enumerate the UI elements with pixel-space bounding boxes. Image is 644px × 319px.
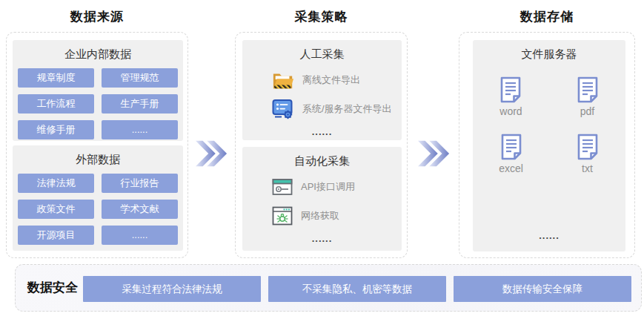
- data-source-panel: 企业内部数据 规章制度 管理规范 工作流程 生产手册 维修手册 ...... 外…: [6, 32, 188, 258]
- file-label: txt: [582, 162, 593, 174]
- data-storage-panel: 文件服务器 word: [459, 32, 635, 258]
- list-item-api-call: API接口调用: [272, 176, 402, 198]
- list-item-label: 离线文件导出: [302, 73, 360, 87]
- file-label: word: [499, 105, 522, 117]
- security-bar-no-private-data: 不采集隐私、机密等数据: [268, 276, 446, 302]
- manual-collection-card: 人工采集 离线文件导出: [242, 40, 402, 140]
- tag-internal-more: ......: [102, 120, 178, 139]
- pdf-document-icon: [577, 76, 598, 103]
- security-bar-row: 采集过程符合法律法规 不采集隐私、机密等数据 数据传输安全保障: [83, 276, 631, 302]
- file-label: excel: [499, 162, 523, 174]
- tag-rules: 规章制度: [18, 68, 94, 88]
- tag-work-process: 工作流程: [18, 94, 94, 114]
- column-header-data-storage: 数据存储: [459, 8, 635, 25]
- tag-open-source-projects: 开源项目: [18, 226, 94, 245]
- column-header-data-source: 数据来源: [6, 8, 188, 25]
- flow-arrow-icon: [416, 139, 451, 168]
- list-item-label: API接口调用: [301, 180, 355, 194]
- auto-collection-title: 自动化采集: [242, 147, 402, 168]
- data-security-panel: 数据安全 采集过程符合法律法规 不采集隐私、机密等数据 数据传输安全保障: [15, 264, 642, 312]
- word-document-icon: [500, 76, 521, 103]
- tag-policy-documents: 政策文件: [18, 200, 94, 219]
- data-security-title: 数据安全: [21, 265, 84, 312]
- tag-production-manual: 生产手册: [102, 94, 178, 114]
- list-item-system-export: 系统/服务器文件导出: [272, 98, 402, 120]
- collection-strategy-panel: 人工采集 离线文件导出: [235, 32, 408, 258]
- internal-data-button-grid: 规章制度 管理规范 工作流程 生产手册 维修手册 ......: [13, 62, 183, 139]
- file-server-title: 文件服务器: [473, 40, 625, 62]
- more-ellipsis: ......: [242, 126, 402, 137]
- more-ellipsis: ......: [473, 230, 625, 241]
- file-word: word: [499, 76, 522, 117]
- external-data-button-grid: 法律法规 行业报告 政策文件 学术文献 开源项目 ......: [13, 167, 183, 245]
- flow-arrow-icon: [194, 139, 228, 168]
- file-type-grid: word pdf: [473, 62, 625, 174]
- tag-industry-reports: 行业报告: [102, 174, 178, 193]
- offline-folder-export-icon: [272, 70, 294, 91]
- security-bar-transport-safety: 数据传输安全保障: [454, 276, 631, 302]
- file-excel: excel: [499, 134, 523, 174]
- web-crawler-icon: [272, 206, 293, 226]
- tag-laws-regulations: 法律法规: [18, 174, 94, 193]
- tag-academic-literature: 学术文献: [102, 200, 178, 219]
- list-item-web-crawl: 网络获取: [272, 205, 402, 227]
- list-item-label: 系统/服务器文件导出: [302, 102, 392, 116]
- tag-management-standards: 管理规范: [102, 68, 178, 88]
- more-ellipsis: ......: [242, 233, 402, 244]
- excel-document-icon: [501, 134, 522, 160]
- txt-document-icon: [577, 134, 598, 160]
- internal-data-title: 企业内部数据: [13, 40, 183, 62]
- file-txt: txt: [577, 134, 598, 174]
- diagram-stage: 数据来源 采集策略 数据存储 企业内部数据 规章制度 管理规范 工作流程 生产手…: [0, 0, 644, 319]
- list-item-label: 网络获取: [301, 209, 339, 223]
- external-data-card: 外部数据 法律法规 行业报告 政策文件 学术文献 开源项目 ......: [13, 145, 183, 251]
- api-call-icon: [272, 178, 293, 196]
- column-header-collection-strategy: 采集策略: [235, 8, 408, 25]
- file-label: pdf: [580, 105, 594, 117]
- security-bar-legal-compliance: 采集过程符合法律法规: [83, 276, 261, 302]
- auto-collection-card: 自动化采集 API接口调用: [242, 147, 402, 251]
- system-server-export-icon: [272, 98, 294, 120]
- file-server-card: 文件服务器 word: [473, 40, 625, 251]
- tag-maintenance-manual: 维修手册: [18, 120, 94, 139]
- tag-external-more: ......: [102, 226, 178, 245]
- list-item-offline-export: 离线文件导出: [272, 69, 402, 91]
- external-data-title: 外部数据: [13, 145, 183, 167]
- internal-data-card: 企业内部数据 规章制度 管理规范 工作流程 生产手册 维修手册 ......: [13, 40, 183, 141]
- manual-collection-title: 人工采集: [242, 40, 402, 62]
- file-pdf: pdf: [577, 76, 598, 117]
